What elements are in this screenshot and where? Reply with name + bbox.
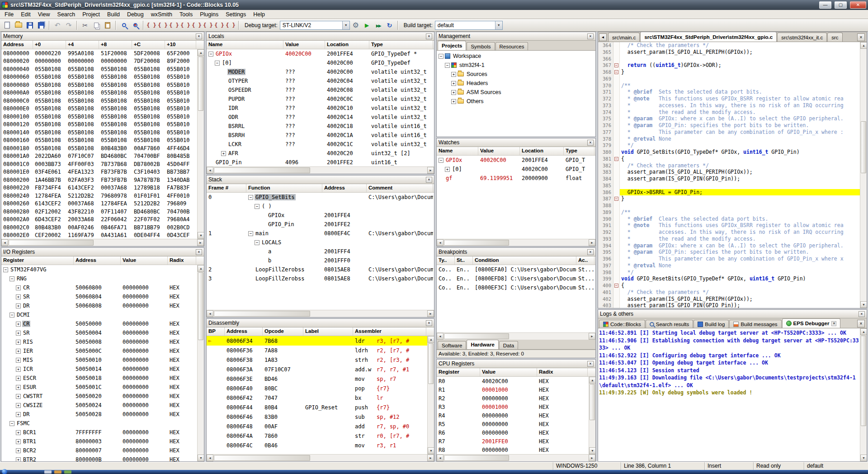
close-icon[interactable]: × [587, 140, 594, 146]
editor-line[interactable]: 399void GPIO_ResetBits(GPIO_TypeDef* GPI… [598, 275, 860, 282]
editor-line[interactable]: 372 * @note This functions uses GPIOx_BS… [598, 95, 860, 102]
memory-row[interactable]: 080001E003F4E0614FEA1323FB73FB7BC3F10403… [1, 168, 197, 176]
column-header[interactable]: Radix [168, 256, 196, 265]
logs-close-icon[interactable]: × [857, 320, 865, 327]
editor-line[interactable]: 381−{ [598, 156, 860, 162]
local-variable-row[interactable]: +AFR40020C20uint32_t [2] [207, 149, 434, 158]
editor-line[interactable]: 380void GPIO_SetBits(GPIO_TypeDef* GPIOx… [598, 149, 860, 156]
local-variable-row[interactable]: OTYPER???40020C04volatile uint32_t [207, 76, 434, 85]
editor-line[interactable]: 383 assert_param(IS_GPIO_ALL_PERIPH(GPIO… [598, 169, 860, 175]
debug-next-instruction-icon[interactable] [203, 20, 213, 30]
taskbar-item[interactable] [64, 470, 71, 474]
close-icon[interactable]: × [587, 33, 594, 39]
close-icon[interactable]: × [831, 321, 836, 326]
disassembly-row[interactable]: 08006F4C0B46movr3, r1 [207, 441, 427, 450]
scroll-left-icon[interactable]: ◄ [437, 239, 443, 246]
stack-frame-row[interactable]: 2LoopFillZerobss08015AE8C:\Users\gabor\D… [207, 265, 434, 274]
cpu-register-row[interactable]: R400000000HEX [437, 411, 589, 420]
scroll-up-icon[interactable]: ▲ [589, 377, 595, 384]
io-register-row[interactable]: +SR5005000400000000HEX [1, 328, 197, 337]
watches-hscroll[interactable]: ◄► [437, 239, 595, 246]
editor-line[interactable]: 375 * @param GPIOx: where x can be (A..I… [598, 115, 860, 122]
scroll-left-icon[interactable]: ◄ [207, 310, 213, 317]
disassembly-vscroll[interactable]: ▲▼ [427, 336, 434, 454]
editor-line[interactable]: 382 /* Check the parameters */ [598, 162, 860, 169]
editor-line[interactable]: 393 * the read and the modify access. [598, 236, 860, 242]
io-register-row[interactable]: +CWSTRT5005002000000000HEX [1, 392, 197, 401]
stack-frame-row[interactable]: 3LoopFillZerobss08015AE8C:\Users\gabor\D… [207, 274, 434, 283]
debug-run-to-cursor-icon[interactable] [157, 20, 168, 30]
replace-icon[interactable] [130, 20, 141, 30]
expand-toggle-icon[interactable]: − [215, 61, 220, 66]
expand-toggle-icon[interactable]: − [9, 421, 14, 426]
redo-icon[interactable] [63, 20, 74, 30]
column-header[interactable]: +4 [66, 41, 99, 49]
scroll-track[interactable] [443, 239, 589, 246]
tree-row[interactable]: −Workspace [437, 52, 595, 61]
build-and-run-icon[interactable] [373, 20, 384, 30]
scroll-up-icon[interactable]: ▲ [860, 328, 867, 335]
cpu-register-row[interactable]: R800000000HEX [437, 446, 589, 454]
editor-line[interactable]: 391 * @note This functions uses GPIOx_BS… [598, 222, 860, 229]
editor-line[interactable]: 390 * @brief Clears the selected data po… [598, 216, 860, 223]
memory-row[interactable]: 080000C0055B0108055B0108055B0108055B0108… [1, 97, 197, 105]
editor-line[interactable]: 364 /* Check the parameters */ [598, 42, 860, 49]
scroll-left-icon[interactable]: ◄ [207, 455, 213, 461]
expand-toggle-icon[interactable]: + [451, 72, 456, 77]
scroll-thumb[interactable] [214, 167, 310, 173]
editor-vscroll[interactable]: ▲▼ [860, 42, 867, 308]
open-file-icon[interactable] [13, 20, 24, 30]
tab-code-blocks[interactable]: Code::Blocks [599, 320, 645, 328]
cpu-registers-vscroll[interactable]: ▲▼ [589, 377, 595, 454]
scroll-thumb[interactable] [214, 311, 310, 317]
scroll-thumb[interactable] [444, 240, 509, 246]
minimize-button[interactable]: — [819, 1, 831, 9]
io-register-row[interactable]: +DR5005002800000000HEX [1, 410, 197, 419]
tab-build-log[interactable]: Build log [693, 320, 729, 328]
expand-toggle-icon[interactable]: + [451, 90, 456, 95]
expand-toggle-icon[interactable]: − [255, 240, 259, 245]
close-icon[interactable]: × [587, 361, 594, 367]
watch-row[interactable]: gf69.119995120000900float [437, 174, 595, 183]
scroll-left-icon[interactable]: ◄ [437, 333, 443, 340]
close-icon[interactable]: × [426, 177, 432, 183]
io-register-row[interactable]: +ICR5005001400000000HEX [1, 365, 197, 374]
breakpoint-row[interactable]: Co..En..[0800EF3C] C:\Users\gabor\Docume… [437, 283, 595, 292]
close-icon[interactable]: × [196, 249, 202, 255]
io-register-row[interactable]: +MIS5005001000000000HEX [1, 356, 197, 365]
memory-row[interactable]: 080002C080B483B000AF02460B46FA71BB71BB79… [1, 223, 197, 232]
disassembly-row[interactable]: 08006F381A83strhr2, [r3, # [207, 355, 427, 365]
editor-tab[interactable]: src\stm32f4xx_it.c [777, 33, 827, 42]
fold-marker-icon[interactable]: − [614, 70, 618, 74]
cpu-register-row[interactable]: R100001000HEX [437, 385, 589, 394]
memory-row[interactable]: 080001A02022DA6007F10C07BD4680BC704700BF… [1, 152, 197, 161]
menu-edit[interactable]: Edit [17, 10, 34, 19]
editor-line[interactable]: 378 * @retval None [598, 136, 860, 142]
memory-row[interactable]: 080000A0055B0108055B0108055B0108055B0108… [1, 89, 197, 97]
menu-project[interactable]: Project [79, 10, 104, 19]
undo-icon[interactable] [52, 20, 63, 30]
local-variable-row[interactable]: ODR???40020C14volatile uint32_t [207, 113, 434, 122]
memory-row[interactable]: 080002606143CEF200037A6812784FEA5212D2B2… [1, 200, 197, 208]
scroll-up-icon[interactable]: ▲ [198, 265, 204, 272]
local-variable-row[interactable]: OSPEEDR???40020C08volatile uint32_t [207, 85, 434, 95]
expand-toggle-icon[interactable]: − [439, 54, 443, 59]
expand-toggle-icon[interactable]: − [9, 276, 14, 281]
local-variable-row[interactable]: BSRRL???40020C18volatile uint16_t [207, 122, 434, 131]
maximize-button[interactable]: ▢ [835, 1, 847, 9]
column-header[interactable]: Register [1, 256, 74, 265]
scroll-track[interactable] [443, 333, 589, 340]
menu-build[interactable]: Build [104, 10, 123, 19]
scroll-right-icon[interactable]: ► [589, 455, 595, 461]
scroll-left-icon[interactable]: ◄ [207, 167, 213, 174]
expand-toggle-icon[interactable]: + [451, 99, 456, 104]
tab-scroll-left-icon[interactable]: ◄ [599, 33, 607, 41]
editor-line[interactable]: 387−} [598, 195, 860, 202]
editor-line[interactable]: 379 */ [598, 142, 860, 149]
io-register-row[interactable]: +SR5006080400000000HEX [1, 292, 197, 301]
memory-row[interactable]: 08000040055B0108055B0108055B0108055B0108… [1, 65, 197, 73]
scroll-down-icon[interactable]: ▼ [860, 455, 867, 461]
menu-tools[interactable]: Tools [176, 10, 196, 19]
close-icon[interactable]: × [587, 249, 594, 255]
expand-toggle-icon[interactable]: + [16, 394, 21, 399]
